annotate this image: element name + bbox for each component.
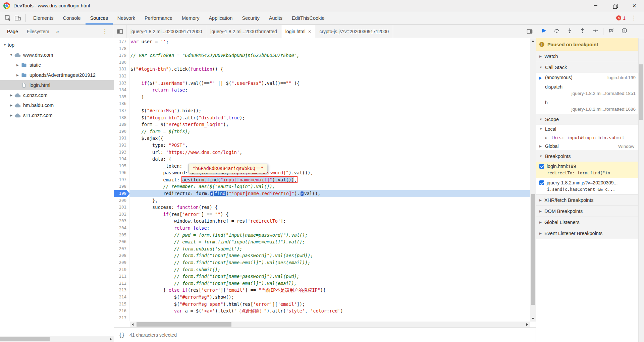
scope-global-group[interactable]: ▶ Global Window xyxy=(536,142,638,151)
resume-button[interactable] xyxy=(539,27,549,36)
tree-item-s11-cnzz-com[interactable]: ▶s11.cnzz.com xyxy=(0,110,114,120)
line-number[interactable]: 207 xyxy=(114,245,129,252)
more-tabs-icon[interactable]: » xyxy=(54,28,62,34)
chevron-right-icon[interactable]: ▶ xyxy=(8,104,14,107)
editor-tab-jquery-1-8-2-mi-2000-formatted[interactable]: jquery-1.8.2.mi...2000:formatted xyxy=(206,25,281,38)
chevron-right-icon[interactable]: ▶ xyxy=(8,94,14,97)
line-number[interactable]: 192 xyxy=(114,142,129,149)
tree-item-www-dns-com[interactable]: ▼www.dns.com xyxy=(0,50,114,60)
line-number[interactable]: 217 xyxy=(114,315,129,322)
line-number[interactable]: 204 xyxy=(114,225,129,232)
step-into-button[interactable] xyxy=(564,27,575,36)
breakpoint-checkbox[interactable] xyxy=(539,164,544,169)
call-stack-frame-dispatch[interactable]: dispatchjquery-1.8.2.mi...formatted:1851 xyxy=(536,82,638,98)
line-number[interactable]: 202 xyxy=(114,211,129,218)
scroll-right-button[interactable] xyxy=(524,322,530,327)
breakpoints-section-header[interactable]: ▼ Breakpoints xyxy=(536,151,638,162)
line-number[interactable]: 214 xyxy=(114,294,129,301)
line-number[interactable]: 215 xyxy=(114,301,129,308)
line-number[interactable]: 197 xyxy=(114,176,129,183)
line-number[interactable]: 193 xyxy=(114,149,129,156)
line-number[interactable]: 185 xyxy=(114,94,129,101)
tab-editthiscookie[interactable]: EditThisCookie xyxy=(287,11,329,24)
scroll-left-button[interactable] xyxy=(130,322,136,327)
close-button[interactable] xyxy=(625,0,644,11)
pause-on-exceptions-button[interactable] xyxy=(619,27,630,36)
tab-console[interactable]: Console xyxy=(58,11,85,24)
toggle-debugger-sidebar-button[interactable] xyxy=(524,25,536,38)
step-position-marker[interactable] xyxy=(210,191,213,196)
tab-application[interactable]: Application xyxy=(204,11,237,24)
line-number[interactable]: 190 xyxy=(114,128,129,135)
tab-audits[interactable]: Audits xyxy=(264,11,287,24)
line-number[interactable]: 178 xyxy=(114,45,129,52)
tree-item-top[interactable]: ▼top xyxy=(0,40,114,50)
navigator-horizontal-scrollbar[interactable] xyxy=(0,336,114,342)
line-number[interactable]: 209 xyxy=(114,259,129,266)
line-number[interactable]: 179 xyxy=(114,52,129,59)
devtools-menu-icon[interactable]: ⋮ xyxy=(629,14,639,21)
scroll-up-button[interactable] xyxy=(530,38,536,44)
scope-section-header[interactable]: ▼ Scope xyxy=(536,114,638,125)
toggle-navigator-button[interactable] xyxy=(114,25,126,38)
tab-security[interactable]: Security xyxy=(237,11,264,24)
editor-vertical-scrollbar[interactable] xyxy=(530,38,536,322)
chevron-down-icon[interactable]: ▼ xyxy=(8,53,14,57)
line-number[interactable]: 195 xyxy=(114,163,129,170)
chevron-right-icon[interactable]: ▶ xyxy=(8,114,14,117)
step-button[interactable] xyxy=(590,27,600,36)
deactivate-breakpoints-button[interactable] xyxy=(606,27,617,36)
line-number[interactable]: 180 xyxy=(114,59,129,66)
call-stack-section-header[interactable]: ▼ Call Stack xyxy=(536,62,638,73)
navigator-tab-page[interactable]: Page xyxy=(3,25,22,38)
line-number[interactable]: 189 xyxy=(114,121,129,128)
tab-network[interactable]: Network xyxy=(113,11,140,24)
line-number[interactable]: 208 xyxy=(114,252,129,259)
pretty-print-button[interactable]: {} xyxy=(119,332,125,338)
inspect-element-button[interactable] xyxy=(3,13,13,23)
scrollbar-thumb[interactable] xyxy=(137,322,231,327)
line-number[interactable]: 205 xyxy=(114,232,129,239)
breakpoint-checkbox[interactable] xyxy=(539,180,544,185)
tree-item-c-cnzz-com[interactable]: ▶c.cnzz.com xyxy=(0,90,114,100)
line-number[interactable]: 177 xyxy=(114,38,129,45)
line-number[interactable]: 183 xyxy=(114,80,129,87)
line-number[interactable]: 182 xyxy=(114,73,129,80)
line-number[interactable]: 206 xyxy=(114,238,129,245)
scroll-down-button[interactable] xyxy=(530,316,536,322)
minimize-button[interactable] xyxy=(586,0,605,11)
tab-memory[interactable]: Memory xyxy=(177,11,204,24)
editor-horizontal-scrollbar[interactable] xyxy=(130,322,530,327)
step-over-button[interactable] xyxy=(551,27,562,36)
global-listeners-section-header[interactable]: ▶Global Listeners xyxy=(536,217,638,228)
line-number[interactable]: 191 xyxy=(114,135,129,142)
line-number[interactable]: 198 xyxy=(114,183,129,190)
line-number[interactable]: 188 xyxy=(114,114,129,121)
tab-performance[interactable]: Performance xyxy=(140,11,177,24)
line-number[interactable]: 186 xyxy=(114,100,129,107)
chevron-right-icon[interactable]: ▶ xyxy=(15,63,20,67)
scrollbar-thumb[interactable] xyxy=(639,64,643,120)
close-tab-icon[interactable]: × xyxy=(308,28,311,34)
step-out-button[interactable] xyxy=(577,27,588,36)
tab-elements[interactable]: Elements xyxy=(29,11,58,24)
debugger-vertical-scrollbar[interactable] xyxy=(638,38,644,342)
tree-item-static[interactable]: ▶static xyxy=(0,60,114,70)
tree-item-login-html[interactable]: login.html xyxy=(0,80,114,90)
step-position-marker[interactable] xyxy=(301,191,304,196)
editor-tab-login-html[interactable]: login.html× xyxy=(281,25,316,38)
navigator-menu-icon[interactable]: ⋮ xyxy=(99,28,111,35)
line-number[interactable]: 211 xyxy=(114,273,129,280)
watch-section-header[interactable]: ▶ Watch xyxy=(536,51,638,62)
device-toolbar-button[interactable] xyxy=(13,13,23,23)
console-error-badge[interactable]: × 1 xyxy=(616,15,626,21)
line-number[interactable]: 181 xyxy=(114,66,129,73)
scroll-right-button[interactable] xyxy=(108,336,114,342)
scrollbar-thumb[interactable] xyxy=(0,337,50,341)
tree-item-uploads-advertimages-201912[interactable]: ▶uploads/AdvertImages/201912 xyxy=(0,70,114,80)
chevron-right-icon[interactable]: ▶ xyxy=(15,73,20,77)
scrollbar-thumb[interactable] xyxy=(531,194,535,305)
scope-this-row[interactable]: ▶ this: input#login-btn.submit xyxy=(536,133,638,142)
line-number[interactable]: 194 xyxy=(114,156,129,163)
tree-item-hm-baidu-com[interactable]: ▶hm.baidu.com xyxy=(0,100,114,110)
